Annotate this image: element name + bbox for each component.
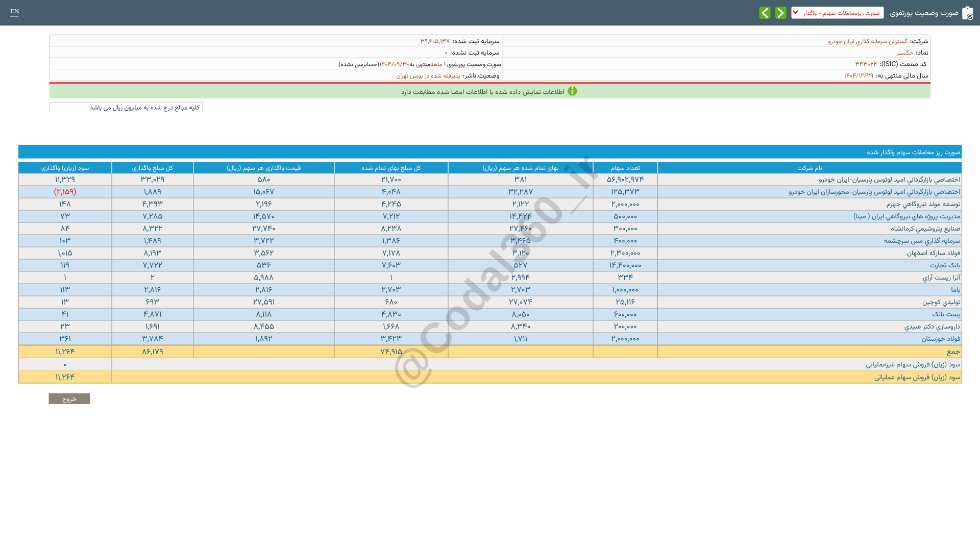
svg-text:EN: EN (10, 7, 19, 15)
